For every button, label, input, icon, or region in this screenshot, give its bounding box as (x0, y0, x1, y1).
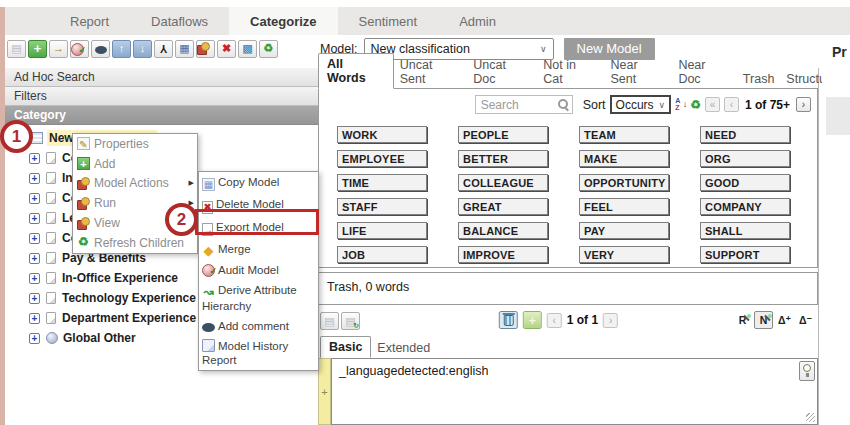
tab-trash[interactable]: Trash (737, 69, 781, 89)
word-button[interactable]: BETTER (458, 150, 548, 167)
comment-button[interactable] (91, 40, 110, 58)
expand-icon[interactable]: + (29, 193, 40, 204)
add-condition-button[interactable]: + (318, 358, 331, 425)
word-button[interactable]: GOOD (700, 174, 790, 191)
grid-view-button[interactable]: ▦ (175, 40, 194, 58)
menu-item-merge[interactable]: ◆Merge (199, 239, 318, 260)
word-button[interactable]: COMPANY (700, 198, 790, 215)
nav-tab-admin[interactable]: Admin (438, 7, 517, 35)
sidebar-section-adhoc-search[interactable]: Ad Hoc Search (5, 68, 318, 87)
word-button[interactable]: MAKE (579, 150, 669, 167)
sort-az-icon[interactable]: AZ (675, 97, 686, 112)
expand-icon[interactable]: + (29, 153, 40, 164)
word-button[interactable]: SUPPORT (700, 246, 790, 263)
save-button[interactable]: ▤ (7, 40, 26, 58)
move-up-button[interactable]: ↑ (112, 40, 131, 58)
next-page-button[interactable]: › (796, 97, 811, 112)
word-button[interactable]: PAY (579, 222, 669, 239)
tab-near-sent[interactable]: Near Sent (604, 55, 672, 89)
hierarchy-button[interactable]: Y (154, 40, 173, 58)
refresh-icon: ♻ (77, 236, 90, 249)
refresh-words-icon[interactable]: ♻ (690, 98, 701, 112)
tab-uncat-sent[interactable]: Uncat Sent (394, 55, 467, 89)
n-tool-button[interactable]: N (754, 311, 773, 329)
tab-all-words[interactable]: All Words (318, 53, 394, 89)
menu-item-model-history-report[interactable]: Model History Report (199, 336, 318, 370)
word-button[interactable]: SHALL (700, 222, 790, 239)
word-button[interactable]: LIFE (337, 222, 427, 239)
expand-icon[interactable]: + (29, 313, 40, 324)
word-button[interactable]: WORK (337, 126, 427, 143)
rule-next-button[interactable]: › (603, 313, 618, 328)
resize-handle[interactable] (806, 413, 815, 422)
audit-button[interactable] (70, 40, 89, 58)
word-button[interactable]: VERY (579, 246, 669, 263)
menu-item-add[interactable]: +Add (73, 154, 197, 174)
delete-doc-icon: ✖ (222, 43, 231, 54)
expand-icon[interactable]: + (29, 293, 40, 304)
sidebar-section-filters[interactable]: Filters (5, 87, 318, 106)
word-button[interactable]: IMPROVE (458, 246, 548, 263)
add-rule-button[interactable]: + (523, 311, 542, 329)
tab-basic[interactable]: Basic (320, 336, 371, 358)
menu-item-add-comment[interactable]: Add comment (199, 316, 318, 336)
condition-textarea[interactable]: _languagedetected:english (331, 358, 818, 425)
expand-icon[interactable]: + (29, 213, 40, 224)
first-page-button[interactable]: « (705, 97, 720, 112)
hierarchy-icon: Y (160, 43, 167, 54)
word-button[interactable]: STAFF (337, 198, 427, 215)
right-panel-button-stub[interactable] (826, 97, 850, 135)
expand-icon[interactable]: + (29, 253, 40, 264)
word-button[interactable]: EMPLOYEE (337, 150, 427, 167)
word-button[interactable]: NEED (700, 126, 790, 143)
nav-tab-categorize[interactable]: Categorize (229, 7, 337, 35)
refresh-button[interactable]: ♻ (259, 40, 278, 58)
tab-near-doc[interactable]: Near Doc (672, 55, 736, 89)
panel-view-button[interactable]: ▩ (238, 40, 257, 58)
word-button[interactable]: ORG (700, 150, 790, 167)
tab-not-in-cat[interactable]: Not in Cat (537, 55, 604, 89)
r-tool-button[interactable]: R (733, 311, 752, 329)
rule-editor: + _languagedetected:english (318, 358, 818, 425)
expand-icon[interactable]: + (29, 333, 40, 344)
word-button[interactable]: JOB (337, 246, 427, 263)
expand-icon[interactable]: + (29, 173, 40, 184)
attr-plus-tool-button[interactable]: Δ⁺ (775, 311, 794, 329)
suggest-button[interactable] (799, 361, 815, 381)
word-button[interactable]: TIME (337, 174, 427, 191)
menu-item-audit-model[interactable]: Audit Model (199, 260, 318, 280)
move-down-button[interactable]: ↓ (133, 40, 152, 58)
tree-item-label: Technology Experience (62, 291, 196, 305)
word-button[interactable]: TEAM (579, 126, 669, 143)
delete-rule-button[interactable] (499, 311, 518, 329)
tab-extended[interactable]: Extended (371, 338, 436, 358)
word-button[interactable]: OPPORTUNITY (579, 174, 669, 191)
sort-select[interactable]: Occurs ∨ (610, 95, 672, 114)
attr-minus-tool-button[interactable]: Δ⁻ (796, 311, 815, 329)
expand-icon[interactable]: + (29, 233, 40, 244)
delete-button[interactable]: ✖ (217, 40, 236, 58)
expand-icon[interactable]: + (29, 273, 40, 284)
menu-item-properties[interactable]: ✎Properties (73, 134, 197, 154)
word-button[interactable]: PEOPLE (458, 126, 548, 143)
rule-prev-button[interactable]: ‹ (547, 313, 562, 328)
nav-tab-dataflows[interactable]: Dataflows (130, 7, 229, 35)
save-rule-button[interactable]: ▤ (320, 312, 339, 330)
menu-item-copy-model[interactable]: ▦Copy Model (199, 172, 318, 194)
word-button[interactable]: BALANCE (458, 222, 548, 239)
prev-page-button[interactable]: ‹ (724, 97, 739, 112)
model-actions-button[interactable] (196, 40, 215, 58)
save-refresh-rule-button[interactable]: ▤↻ (341, 312, 360, 330)
add-category-button[interactable]: + (28, 40, 47, 58)
export-button[interactable]: → (49, 40, 68, 58)
word-button[interactable]: COLLEAGUE (458, 174, 548, 191)
word-button[interactable]: GREAT (458, 198, 548, 215)
word-button[interactable]: FEEL (579, 198, 669, 215)
nav-tab-sentiment[interactable]: Sentiment (338, 7, 439, 35)
menu-item-refresh-children[interactable]: ♻Refresh Children (73, 233, 197, 253)
nav-tab-report[interactable]: Report (49, 7, 130, 35)
menu-item-model-actions[interactable]: Model Actions▶ (73, 174, 197, 194)
tab-uncat-doc[interactable]: Uncat Doc (467, 55, 537, 89)
menu-item-derive-attribute-hierarchy[interactable]: ↝Derive Attribute Hierarchy (199, 280, 318, 316)
sidebar-section-category[interactable]: Category (5, 106, 318, 125)
